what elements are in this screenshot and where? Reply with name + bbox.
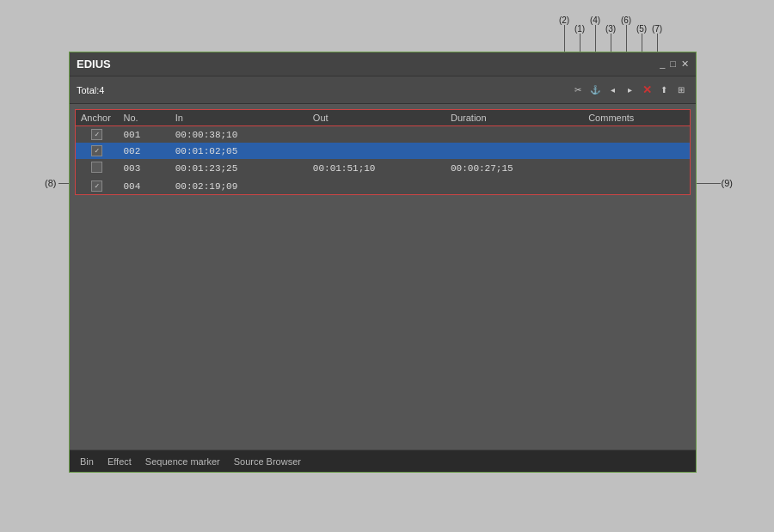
col-no: No. — [119, 110, 170, 126]
cell-comments — [583, 126, 690, 144]
cell-no: 001 — [119, 126, 170, 144]
annotation-8: (8) — [45, 178, 56, 188]
cell-in: 00:01:23;25 — [170, 159, 308, 178]
col-comments: Comments — [583, 110, 690, 126]
anchor-icon[interactable]: ⚓ — [587, 83, 603, 98]
delete-icon[interactable]: ✕ — [639, 83, 654, 98]
col-in: In — [170, 110, 308, 126]
bottom-tabs: Bin Effect Sequence marker Source Browse… — [70, 449, 696, 472]
ann-label-7: (7) — [652, 24, 662, 34]
cut-icon[interactable]: ✂ — [570, 83, 586, 98]
table-row[interactable]: 00100:00:38;10 — [76, 126, 691, 144]
next-mark-icon[interactable]: ▸ — [622, 83, 637, 98]
cell-duration — [445, 126, 583, 144]
export-icon[interactable]: ⬆ — [656, 83, 672, 98]
title-bar: EDIUS _ □ ✕ — [70, 52, 696, 76]
table-row[interactable]: 00200:01:02;05 — [76, 143, 691, 159]
edius-window: EDIUS _ □ ✕ Total:4 ✂ ⚓ ◂ ▸ ✕ ⬆ ⊞ — [69, 52, 697, 473]
ann-label-2: (2) — [559, 15, 569, 25]
app-title: EDIUS — [77, 58, 111, 70]
cell-no: 004 — [119, 178, 170, 195]
prev-mark-icon[interactable]: ◂ — [605, 83, 620, 98]
cell-out — [308, 126, 445, 144]
table-header-row: Anchor No. In Out Duration Comments — [76, 110, 691, 126]
table-area: Anchor No. In Out Duration Comments 0010… — [70, 104, 696, 449]
cell-no: 002 — [119, 143, 170, 159]
cell-out: 00:01:51;10 — [308, 159, 445, 178]
cell-in: 00:01:02;05 — [170, 143, 308, 159]
cell-in: 00:00:38;10 — [170, 126, 308, 144]
tab-bin[interactable]: Bin — [73, 450, 101, 472]
marker-table: Anchor No. In Out Duration Comments 0010… — [75, 109, 691, 195]
table-row[interactable]: 00300:01:23;2500:01:51;1000:00:27;15 — [76, 159, 691, 178]
annotation-9: (9) — [722, 178, 733, 188]
tab-source-browser[interactable]: Source Browser — [227, 450, 308, 472]
anchor-cell[interactable] — [76, 159, 119, 178]
anchor-cell[interactable] — [76, 178, 119, 195]
cell-duration — [445, 143, 583, 159]
col-duration: Duration — [445, 110, 583, 126]
cell-out — [308, 143, 445, 159]
anchor-cell[interactable] — [76, 143, 119, 159]
cell-comments — [583, 143, 690, 159]
ann-label-4: (4) — [590, 15, 600, 25]
cell-in: 00:02:19;09 — [170, 178, 308, 195]
ann-label-3: (3) — [605, 24, 616, 34]
cell-duration: 00:00:27;15 — [445, 159, 583, 178]
ann-label-1: (1) — [574, 24, 585, 34]
minimize-icon[interactable]: _ — [660, 58, 665, 70]
cell-comments — [583, 159, 690, 178]
toolbar: Total:4 ✂ ⚓ ◂ ▸ ✕ ⬆ ⊞ — [70, 76, 696, 104]
col-out: Out — [308, 110, 445, 126]
ann-label-5: (5) — [636, 24, 647, 34]
cell-comments — [583, 178, 690, 195]
toolbar-icons: ✂ ⚓ ◂ ▸ ✕ ⬆ ⊞ — [570, 83, 689, 98]
cell-out — [308, 178, 445, 195]
tab-sequence-marker[interactable]: Sequence marker — [138, 450, 227, 472]
grid-icon[interactable]: ⊞ — [673, 83, 689, 98]
anchor-cell[interactable] — [76, 126, 119, 144]
table-row[interactable]: 00400:02:19;09 — [76, 178, 691, 195]
tab-effect[interactable]: Effect — [101, 450, 138, 472]
ann-label-6: (6) — [621, 15, 631, 25]
cell-duration — [445, 178, 583, 195]
close-icon[interactable]: ✕ — [681, 58, 689, 70]
total-label: Total:4 — [77, 85, 104, 95]
cell-no: 003 — [119, 159, 170, 178]
col-anchor: Anchor — [76, 110, 119, 126]
maximize-icon[interactable]: □ — [670, 58, 676, 70]
